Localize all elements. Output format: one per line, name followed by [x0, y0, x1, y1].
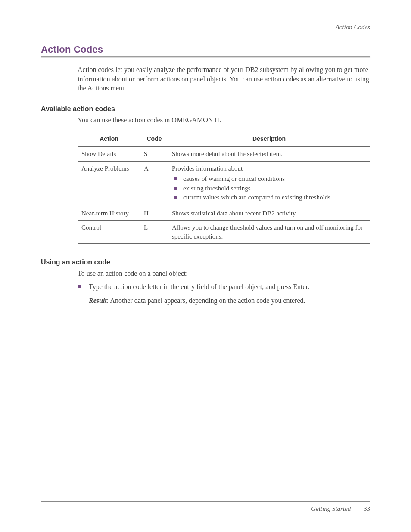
bullet-item: causes of warning or critical conditions — [174, 174, 366, 184]
intro-paragraph: Action codes let you easily analyze the … — [78, 65, 370, 93]
page-footer: Getting Started 33 — [41, 501, 370, 513]
cell-code: H — [140, 206, 168, 221]
action-codes-table: Action Code Description Show Details S S… — [78, 131, 370, 244]
table-row: Show Details S Shows more detail about t… — [78, 147, 370, 161]
cell-action: Analyze Problems — [78, 161, 140, 206]
step-text: Type the action code letter in the entry… — [89, 283, 309, 290]
step-result: Result: Another data panel appears, depe… — [89, 295, 370, 306]
description-lead: Provides information about — [172, 165, 243, 172]
footer-doc-name: Getting Started — [311, 505, 351, 512]
bullet-item: existing threshold settings — [174, 184, 366, 193]
cell-description: Shows statistical data about recent DB2 … — [168, 206, 370, 221]
table-row: Analyze Problems A Provides information … — [78, 161, 370, 206]
table-header-row: Action Code Description — [78, 131, 370, 147]
th-description: Description — [168, 131, 370, 147]
cell-code: A — [140, 161, 168, 206]
table-row: Control L Allows you to change threshold… — [78, 221, 370, 244]
cell-description: Shows more detail about the selected ite… — [168, 147, 370, 161]
section-heading-available: Available action codes — [41, 105, 370, 113]
footer-rule — [41, 501, 370, 502]
available-intro: You can use these action codes in OMEGAM… — [78, 115, 370, 125]
cell-action: Show Details — [78, 147, 140, 161]
heading-underline — [41, 56, 370, 57]
footer-page-number: 33 — [364, 505, 370, 512]
cell-code: S — [140, 147, 168, 161]
cell-description: Provides information about causes of war… — [168, 161, 370, 206]
using-intro: To use an action code on a panel object: — [78, 269, 370, 278]
th-code: Code — [140, 131, 168, 147]
table-row: Near-term History H Shows statistical da… — [78, 206, 370, 221]
result-text: : Another data panel appears, depending … — [107, 297, 305, 304]
step-item: Type the action code letter in the entry… — [78, 281, 370, 306]
cell-action: Near-term History — [78, 206, 140, 221]
section-heading-using: Using an action code — [41, 258, 370, 266]
bullet-item: current values which are compared to exi… — [174, 193, 366, 202]
cell-description: Allows you to change threshold values an… — [168, 221, 370, 244]
running-header: Action Codes — [41, 24, 370, 31]
cell-code: L — [140, 221, 168, 244]
steps-list: Type the action code letter in the entry… — [78, 281, 370, 306]
th-action: Action — [78, 131, 140, 147]
description-bullet-list: causes of warning or critical conditions… — [174, 174, 366, 202]
result-label: Result — [89, 297, 107, 304]
cell-action: Control — [78, 221, 140, 244]
page-title: Action Codes — [41, 44, 370, 55]
